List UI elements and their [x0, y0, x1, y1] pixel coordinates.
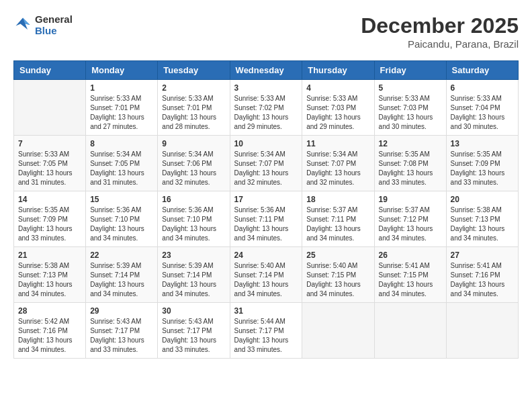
day-info: Sunrise: 5:37 AM Sunset: 7:12 PM Dayligh… — [379, 205, 442, 243]
day-number: 22 — [90, 250, 153, 260]
day-number: 3 — [234, 83, 298, 93]
day-info: Sunrise: 5:33 AM Sunset: 7:05 PM Dayligh… — [18, 150, 81, 187]
day-info: Sunrise: 5:36 AM Sunset: 7:11 PM Dayligh… — [234, 205, 298, 243]
logo-text: General Blue — [35, 13, 73, 36]
calendar-day-cell: 30Sunrise: 5:43 AM Sunset: 7:17 PM Dayli… — [158, 303, 230, 359]
page-header: General Blue December 2025 Paicandu, Par… — [13, 13, 519, 50]
calendar-day-cell: 29Sunrise: 5:43 AM Sunset: 7:17 PM Dayli… — [86, 303, 158, 359]
calendar-day-cell: 9Sunrise: 5:34 AM Sunset: 7:06 PM Daylig… — [158, 136, 230, 191]
day-number: 27 — [451, 250, 514, 260]
calendar-day-cell: 5Sunrise: 5:33 AM Sunset: 7:03 PM Daylig… — [374, 80, 446, 136]
calendar-header-row: SundayMondayTuesdayWednesdayThursdayFrid… — [14, 61, 519, 80]
calendar-week-row: 14Sunrise: 5:35 AM Sunset: 7:09 PM Dayli… — [14, 191, 519, 247]
day-info: Sunrise: 5:33 AM Sunset: 7:03 PM Dayligh… — [306, 94, 369, 132]
day-info: Sunrise: 5:35 AM Sunset: 7:09 PM Dayligh… — [451, 150, 514, 187]
day-info: Sunrise: 5:39 AM Sunset: 7:14 PM Dayligh… — [162, 261, 225, 299]
day-number: 14 — [18, 195, 81, 204]
day-number: 16 — [162, 195, 225, 204]
calendar-day-cell — [302, 303, 374, 359]
day-info: Sunrise: 5:42 AM Sunset: 7:16 PM Dayligh… — [18, 317, 81, 355]
month-title: December 2025 — [361, 13, 519, 38]
day-info: Sunrise: 5:41 AM Sunset: 7:15 PM Dayligh… — [379, 261, 442, 299]
day-number: 10 — [234, 139, 298, 148]
calendar-day-cell: 15Sunrise: 5:36 AM Sunset: 7:10 PM Dayli… — [86, 191, 158, 247]
calendar-day-cell: 11Sunrise: 5:34 AM Sunset: 7:07 PM Dayli… — [302, 136, 374, 191]
calendar-day-cell: 23Sunrise: 5:39 AM Sunset: 7:14 PM Dayli… — [158, 247, 230, 303]
calendar-day-cell: 17Sunrise: 5:36 AM Sunset: 7:11 PM Dayli… — [230, 191, 302, 247]
day-info: Sunrise: 5:33 AM Sunset: 7:01 PM Dayligh… — [90, 94, 153, 132]
day-number: 6 — [451, 83, 514, 93]
calendar-day-cell: 1Sunrise: 5:33 AM Sunset: 7:01 PM Daylig… — [86, 80, 158, 136]
day-number: 20 — [451, 195, 514, 204]
day-number: 8 — [90, 139, 153, 148]
day-info: Sunrise: 5:33 AM Sunset: 7:02 PM Dayligh… — [234, 94, 298, 132]
day-number: 4 — [306, 83, 369, 93]
day-info: Sunrise: 5:36 AM Sunset: 7:10 PM Dayligh… — [90, 205, 153, 243]
calendar-day-cell — [446, 303, 518, 359]
calendar-table: SundayMondayTuesdayWednesdayThursdayFrid… — [13, 60, 519, 359]
calendar-day-cell: 16Sunrise: 5:36 AM Sunset: 7:10 PM Dayli… — [158, 191, 230, 247]
day-info: Sunrise: 5:34 AM Sunset: 7:07 PM Dayligh… — [306, 150, 369, 187]
day-number: 11 — [306, 139, 369, 148]
calendar-day-cell: 19Sunrise: 5:37 AM Sunset: 7:12 PM Dayli… — [374, 191, 446, 247]
day-info: Sunrise: 5:38 AM Sunset: 7:13 PM Dayligh… — [451, 205, 514, 243]
day-number: 24 — [234, 250, 298, 260]
day-number: 18 — [306, 195, 369, 204]
calendar-day-cell: 20Sunrise: 5:38 AM Sunset: 7:13 PM Dayli… — [446, 191, 518, 247]
calendar-day-cell: 6Sunrise: 5:33 AM Sunset: 7:04 PM Daylig… — [446, 80, 518, 136]
calendar-day-cell: 22Sunrise: 5:39 AM Sunset: 7:14 PM Dayli… — [86, 247, 158, 303]
day-info: Sunrise: 5:34 AM Sunset: 7:07 PM Dayligh… — [234, 150, 298, 187]
day-info: Sunrise: 5:43 AM Sunset: 7:17 PM Dayligh… — [162, 317, 225, 355]
day-info: Sunrise: 5:37 AM Sunset: 7:11 PM Dayligh… — [306, 205, 369, 243]
calendar-day-cell: 24Sunrise: 5:40 AM Sunset: 7:14 PM Dayli… — [230, 247, 302, 303]
day-info: Sunrise: 5:33 AM Sunset: 7:03 PM Dayligh… — [379, 94, 442, 132]
calendar-day-cell: 13Sunrise: 5:35 AM Sunset: 7:09 PM Dayli… — [446, 136, 518, 191]
day-number: 1 — [90, 83, 153, 93]
day-number: 29 — [90, 306, 153, 316]
day-number: 7 — [18, 139, 81, 148]
day-info: Sunrise: 5:40 AM Sunset: 7:14 PM Dayligh… — [234, 261, 298, 299]
calendar-week-row: 1Sunrise: 5:33 AM Sunset: 7:01 PM Daylig… — [14, 80, 519, 136]
logo: General Blue — [13, 13, 73, 36]
day-info: Sunrise: 5:35 AM Sunset: 7:09 PM Dayligh… — [18, 205, 81, 243]
day-number: 12 — [379, 139, 442, 148]
day-info: Sunrise: 5:36 AM Sunset: 7:10 PM Dayligh… — [162, 205, 225, 243]
day-info: Sunrise: 5:35 AM Sunset: 7:08 PM Dayligh… — [379, 150, 442, 187]
calendar-week-row: 28Sunrise: 5:42 AM Sunset: 7:16 PM Dayli… — [14, 303, 519, 359]
calendar-day-cell: 12Sunrise: 5:35 AM Sunset: 7:08 PM Dayli… — [374, 136, 446, 191]
day-number: 31 — [234, 306, 298, 316]
day-info: Sunrise: 5:34 AM Sunset: 7:06 PM Dayligh… — [162, 150, 225, 187]
calendar-day-cell: 7Sunrise: 5:33 AM Sunset: 7:05 PM Daylig… — [14, 136, 86, 191]
day-info: Sunrise: 5:39 AM Sunset: 7:14 PM Dayligh… — [90, 261, 153, 299]
day-info: Sunrise: 5:44 AM Sunset: 7:17 PM Dayligh… — [234, 317, 298, 355]
day-number: 5 — [379, 83, 442, 93]
day-number: 30 — [162, 306, 225, 316]
calendar-week-row: 21Sunrise: 5:38 AM Sunset: 7:13 PM Dayli… — [14, 247, 519, 303]
calendar-day-cell: 8Sunrise: 5:34 AM Sunset: 7:05 PM Daylig… — [86, 136, 158, 191]
calendar-day-cell: 28Sunrise: 5:42 AM Sunset: 7:16 PM Dayli… — [14, 303, 86, 359]
weekday-header: Thursday — [302, 61, 374, 80]
day-number: 25 — [306, 250, 369, 260]
location: Paicandu, Parana, Brazil — [361, 38, 519, 50]
day-number: 15 — [90, 195, 153, 204]
day-number: 26 — [379, 250, 442, 260]
calendar-day-cell: 18Sunrise: 5:37 AM Sunset: 7:11 PM Dayli… — [302, 191, 374, 247]
weekday-header: Friday — [374, 61, 446, 80]
title-block: December 2025 Paicandu, Parana, Brazil — [361, 13, 519, 50]
weekday-header: Sunday — [14, 61, 86, 80]
calendar-day-cell: 10Sunrise: 5:34 AM Sunset: 7:07 PM Dayli… — [230, 136, 302, 191]
day-info: Sunrise: 5:43 AM Sunset: 7:17 PM Dayligh… — [90, 317, 153, 355]
calendar-day-cell: 27Sunrise: 5:41 AM Sunset: 7:16 PM Dayli… — [446, 247, 518, 303]
calendar-week-row: 7Sunrise: 5:33 AM Sunset: 7:05 PM Daylig… — [14, 136, 519, 191]
calendar-day-cell: 25Sunrise: 5:40 AM Sunset: 7:15 PM Dayli… — [302, 247, 374, 303]
day-number: 17 — [234, 195, 298, 204]
logo-icon — [13, 15, 32, 34]
weekday-header: Wednesday — [230, 61, 302, 80]
calendar-body: 1Sunrise: 5:33 AM Sunset: 7:01 PM Daylig… — [14, 80, 519, 359]
calendar-day-cell: 21Sunrise: 5:38 AM Sunset: 7:13 PM Dayli… — [14, 247, 86, 303]
calendar-day-cell: 2Sunrise: 5:33 AM Sunset: 7:01 PM Daylig… — [158, 80, 230, 136]
weekday-header: Saturday — [446, 61, 518, 80]
weekday-header: Tuesday — [158, 61, 230, 80]
calendar-day-cell: 3Sunrise: 5:33 AM Sunset: 7:02 PM Daylig… — [230, 80, 302, 136]
weekday-header: Monday — [86, 61, 158, 80]
